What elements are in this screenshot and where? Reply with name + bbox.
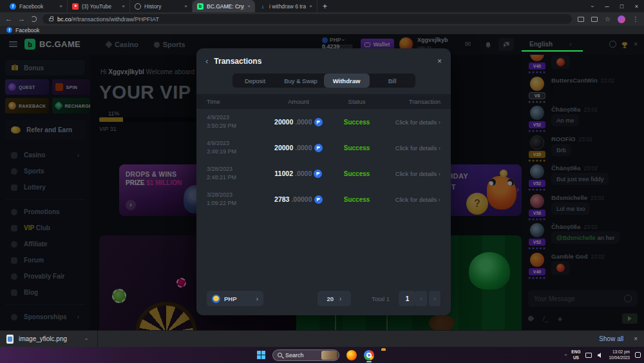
tab-buy-swap[interactable]: Buy & Swap xyxy=(278,74,324,88)
pagination: ‹ › xyxy=(415,291,440,306)
modal-header: ‹ Transactions × xyxy=(196,48,451,70)
tx-amount-decimals: .00000 xyxy=(291,195,312,203)
tab-close-icon[interactable]: × xyxy=(309,3,312,9)
next-page-button[interactable]: › xyxy=(429,291,440,306)
system-clock[interactable]: 13:02 pm10/04/2023 xyxy=(609,349,630,360)
back-button[interactable]: ← xyxy=(5,15,12,23)
bookmark-facebook-icon: f xyxy=(6,27,12,33)
profile-avatar[interactable] xyxy=(618,15,625,23)
notification-center-icon[interactable] xyxy=(635,352,641,358)
modal-close-icon[interactable]: × xyxy=(437,57,442,66)
table-row[interactable]: 4/9/20233:50:29 PM 20000.0000₱ Success C… xyxy=(196,109,451,135)
modal-footer: PHP › 20 › Total 1 1 ‹ › xyxy=(207,291,440,306)
youtube-favicon xyxy=(72,3,79,10)
tab-facebook[interactable]: f Facebook × xyxy=(5,0,68,12)
bcgame-favicon: b xyxy=(197,3,204,10)
show-all-downloads-link[interactable]: Show all xyxy=(599,335,623,342)
tx-amount: 2783 xyxy=(274,195,289,203)
download-favicon: ↓ xyxy=(260,3,266,10)
minimize-button[interactable]: ─ xyxy=(600,3,614,10)
column-transaction: Transaction xyxy=(379,98,440,105)
volume-icon[interactable] xyxy=(597,352,603,358)
tab-download[interactable]: ↓ i withdraw 6 transaction 3 of the × xyxy=(255,0,317,12)
php-coin-icon xyxy=(212,295,220,303)
table-row[interactable]: 4/9/20233:49:19 PM 20000.0000₱ Success C… xyxy=(196,135,451,161)
file-explorer-taskbar-icon[interactable] xyxy=(381,350,392,360)
tab-bcgame-active[interactable]: b BC.GAME: Crypto Casino Games × xyxy=(193,0,255,12)
table-row[interactable]: 3/28/20231:09:22 PM 2783.00000₱ Success … xyxy=(196,186,451,212)
tx-time: 2:48:21 PM xyxy=(207,174,236,181)
table-row[interactable]: 3/28/20232:48:21 PM 11002.0000₱ Success … xyxy=(196,161,451,186)
back-icon[interactable]: ‹ xyxy=(205,56,208,66)
column-status: Status xyxy=(334,98,379,105)
chrome-taskbar-icon[interactable] xyxy=(364,350,374,360)
firefox-taskbar-icon[interactable] xyxy=(346,350,357,360)
tab-label: i withdraw 6 transaction 3 of the xyxy=(269,3,306,10)
tx-status: Success xyxy=(334,196,379,203)
close-shelf-icon[interactable]: × xyxy=(634,335,638,342)
bookmarks-bar: f Facebook xyxy=(0,26,644,34)
cast-icon[interactable] xyxy=(578,17,584,22)
currency-filter-dropdown[interactable]: PHP › xyxy=(207,291,263,306)
tx-date: 3/28/2023 xyxy=(207,166,232,172)
language-indicator[interactable]: ENGUS xyxy=(571,349,580,360)
history-favicon xyxy=(135,3,141,10)
tab-youtube[interactable]: (3) YouTube × xyxy=(68,0,130,12)
tab-search-icon[interactable]: › xyxy=(585,3,600,10)
tab-close-icon[interactable]: × xyxy=(247,3,251,9)
new-tab-button[interactable]: + xyxy=(323,2,327,11)
tx-status: Success xyxy=(334,119,379,126)
bookmark-facebook[interactable]: Facebook xyxy=(15,27,39,34)
spacer xyxy=(196,212,451,291)
tab-deposit[interactable]: Deposit xyxy=(232,74,278,88)
share-icon[interactable] xyxy=(591,17,598,22)
downloaded-filename[interactable]: image_yfiolc.png xyxy=(19,335,67,342)
tx-details-link[interactable]: Click for details › xyxy=(379,170,440,177)
maximize-button[interactable]: □ xyxy=(614,3,629,10)
browser-toolbar: ← → bc.co/#/transactions/withdraw/PHPFIA… xyxy=(0,12,644,26)
tab-label: BC.GAME: Crypto Casino Games xyxy=(207,3,244,10)
current-page-input[interactable]: 1 xyxy=(399,291,416,306)
total-count-label: Total 1 xyxy=(372,295,390,302)
screen: f Facebook × (3) YouTube × History × b B… xyxy=(0,0,644,363)
tab-label: History xyxy=(144,3,181,10)
tab-withdraw[interactable]: Withdraw xyxy=(324,74,370,88)
tx-time: 1:09:22 PM xyxy=(207,200,236,206)
network-icon[interactable] xyxy=(585,353,592,358)
tab-close-icon[interactable]: × xyxy=(59,3,62,9)
divider xyxy=(97,331,98,347)
prev-page-button[interactable]: ‹ xyxy=(415,291,427,306)
taskbar-search[interactable]: Search xyxy=(272,349,339,361)
tab-bill[interactable]: Bill xyxy=(370,74,415,88)
search-placeholder: Search xyxy=(285,352,304,358)
menu-icon[interactable]: ⋮ xyxy=(632,15,639,23)
facebook-favicon: f xyxy=(10,3,16,10)
windows-taskbar: Search › ENGUS 13:02 pm10/04/2023 xyxy=(0,347,644,363)
tx-status: Success xyxy=(334,170,379,177)
address-bar[interactable]: bc.co/#/transactions/withdraw/PHPFIAT xyxy=(43,14,572,24)
tx-amount: 11002 xyxy=(274,170,293,177)
tx-status: Success xyxy=(334,144,379,152)
windows-start-button[interactable] xyxy=(257,351,265,359)
reload-button[interactable] xyxy=(31,16,37,22)
column-time: Time xyxy=(207,98,263,105)
peso-coin-icon: ₱ xyxy=(314,118,323,126)
chevron-icon: › xyxy=(256,295,258,302)
close-window-button[interactable]: × xyxy=(629,3,644,10)
tx-amount-decimals: .0000 xyxy=(295,118,312,126)
tx-time: 3:50:29 PM xyxy=(207,123,236,129)
forward-button[interactable]: → xyxy=(18,15,25,23)
tray-overflow-icon[interactable]: › xyxy=(565,352,567,358)
tx-details-link[interactable]: Click for details › xyxy=(379,196,440,203)
tx-details-link[interactable]: Click for details › xyxy=(379,119,440,126)
page-size-dropdown[interactable]: 20 › xyxy=(317,291,351,306)
tx-details-link[interactable]: Click for details › xyxy=(379,144,440,152)
download-options-icon[interactable]: › xyxy=(85,336,87,342)
tx-amount-decimals: .0000 xyxy=(295,170,312,177)
tab-history[interactable]: History × xyxy=(130,0,193,12)
tx-date: 3/28/2023 xyxy=(207,191,232,198)
tab-close-icon[interactable]: × xyxy=(122,3,125,9)
tx-amount: 20000 xyxy=(274,144,293,152)
bookmark-star-icon[interactable]: ☆ xyxy=(605,15,611,23)
tab-close-icon[interactable]: × xyxy=(184,3,187,9)
